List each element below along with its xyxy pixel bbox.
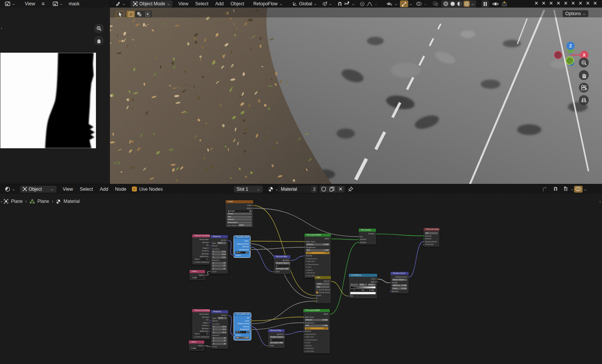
node-socket[interactable] [376,278,378,280]
node-header-value-bottom[interactable]: ˅ Value [189,340,204,344]
node-socket[interactable] [204,345,205,347]
node-slider[interactable]: Y0 m [212,253,226,256]
node-slider[interactable]: Strength1.000 [270,342,284,344]
node-header-color-ramp[interactable]: ˅ ColorRamp [349,274,377,277]
node-dropdown[interactable]: Generated˅ [227,221,252,224]
image-users-chip[interactable]: 2 [246,251,249,254]
xray-toggle[interactable] [431,0,440,7]
hamburger-icon[interactable]: ≡ [41,1,44,7]
node-slider[interactable]: Midlevel0.500 [392,284,407,287]
pivot-point-button[interactable]: ⌄ [320,0,335,7]
node-slider[interactable]: X0° [212,337,227,339]
editor-type-image-button[interactable]: ⌄ [2,0,18,7]
node-slider[interactable]: Z0° [212,268,226,270]
vp-menu-select[interactable]: Select [192,0,212,8]
pin-icon[interactable] [348,187,353,192]
overlays-toggle[interactable]: ⌄ [414,0,430,7]
node-image-selector[interactable]: ▨ Ro… [235,251,246,254]
ie-zoom-button[interactable] [94,24,104,33]
node-group-ground[interactable]: ˅ Ground023 4K…AOColorDisplacementNormal… [234,313,251,340]
node-checkbox[interactable] [316,289,318,291]
node-header-displacement[interactable]: ˅ Displacement [390,272,409,275]
vp-camera-button[interactable] [579,83,589,93]
node-material-output[interactable]: ˅ Material OutputAll˅SurfaceVolumeDispla… [423,228,439,247]
node-socket[interactable] [227,240,229,241]
node-slider[interactable]: Y0 m [212,328,227,331]
node-mapping-top[interactable]: ˅ MappingVectorType:Point˅VectorLocation… [210,235,228,274]
node-header-texture-coordinate-bottom[interactable]: ˅ Texture Coordinate [192,309,210,312]
node-dropdown[interactable]: Tangent Space˅ [275,262,290,264]
node-socket[interactable] [358,242,359,243]
node-socket[interactable] [303,316,304,318]
mask-image[interactable] [0,53,96,148]
node-slider[interactable]: Strength1.000 [275,268,289,270]
node-header-mix-color[interactable]: ˅ Mix [315,276,331,279]
eye-icon[interactable] [492,2,499,6]
node-socket[interactable] [304,255,305,257]
node-texture-coordinate-bottom[interactable]: ˅ Texture CoordinateGeneratedNormalUVObj… [192,309,210,339]
node-socket[interactable] [376,281,378,282]
node-socket[interactable] [390,282,391,284]
image-users-chip[interactable]: 2 [249,210,252,212]
node-socket[interactable] [358,236,359,237]
node-principled-top[interactable]: ˅ Principled BSDFBSDFBase ColorMetallic0… [304,234,331,278]
node-field[interactable]: ⊕ [275,265,289,267]
transform-orientation[interactable]: Global ⌄ [290,0,320,7]
tool-tweak-button[interactable] [116,11,124,17]
vp-menu-object[interactable]: Object [227,0,248,8]
node-socket[interactable] [304,241,305,242]
node-socket[interactable] [314,298,315,299]
node-group-road[interactable]: ˅ Road001 4K-P…ColorDisplacementNormalRo… [234,236,250,257]
node-header-normal-map-top[interactable]: ˅ Normal Map [274,255,290,258]
node-socket[interactable] [314,300,315,302]
node-socket[interactable] [252,207,254,209]
node-dropdown[interactable]: sRGB˅ [238,224,252,226]
node-socket[interactable] [303,322,304,323]
node-slider[interactable]: Alpha1.000 [305,327,328,329]
node-dropdown[interactable]: ˅ [350,284,358,286]
vp-menu-add[interactable]: Add [212,0,227,8]
editor-type-shader-button[interactable]: ⌄ [2,186,18,193]
node-normal-map-top[interactable]: ˅ Normal MapNormalTangent Space˅⊕Strengt… [274,255,290,274]
node-socket[interactable] [303,331,304,332]
node-socket[interactable] [249,249,251,250]
breadcrumb-object[interactable]: Plane [11,199,23,204]
node-socket[interactable] [423,235,424,237]
node-socket[interactable] [375,233,377,235]
node-header-texture-coordinate-top[interactable]: ˅ Texture Coordinate [192,234,210,237]
node-field[interactable]: 4.000 [190,347,203,350]
node-socket[interactable] [210,320,212,322]
node-displacement[interactable]: ˅ DisplacementDisplacementObject Space˅H… [390,272,409,293]
node-socket[interactable] [233,334,235,336]
node-slider[interactable]: IOR1.500 [306,249,329,251]
node-slider[interactable]: Alpha1.000 [306,252,329,254]
node-mix-shader[interactable]: ˅ Mix ShaderShaderFacShaderShader [359,229,376,245]
node-field[interactable]: 1 [350,289,358,292]
node-mix-color[interactable]: ˅ MixResultColor˅Mix˅Clamp ResultClamp F… [315,276,331,303]
retopoflow-menu[interactable]: RetopoFlow ⌄ [251,0,285,7]
node-socket[interactable] [408,276,409,278]
material-slot-selector[interactable]: Slot 1 ⌄ [234,186,263,193]
gizmo-dropdown[interactable]: ⌄ [408,0,414,7]
node-slider[interactable]: X0° [212,262,226,264]
node-socket[interactable] [330,281,332,282]
material-name-field[interactable]: Material [278,186,311,193]
node-socket[interactable] [210,245,211,247]
node-checkbox[interactable] [316,292,318,293]
node-checkbox[interactable] [194,261,196,263]
snap-buttons[interactable]: ⌄ [335,0,357,7]
node-object-field[interactable]: Object✕ [194,258,209,260]
node-socket[interactable] [252,205,254,206]
node-header-group-ground[interactable]: ˅ Ground023 4K… [234,313,251,316]
shading-rendered-icon[interactable] [464,1,470,7]
node-socket[interactable] [358,239,359,240]
browse-image-button[interactable]: ⌄ [50,0,66,7]
node-slider[interactable]: Z0 m [212,256,226,259]
node-slider[interactable]: Metallic0.000 [306,243,329,246]
node-socket[interactable] [314,295,315,296]
shading-wireframe-icon[interactable] [443,1,448,6]
node-socket[interactable] [249,243,251,245]
node-socket[interactable] [390,290,391,292]
node-socket[interactable] [423,241,424,242]
node-socket[interactable] [304,246,305,248]
